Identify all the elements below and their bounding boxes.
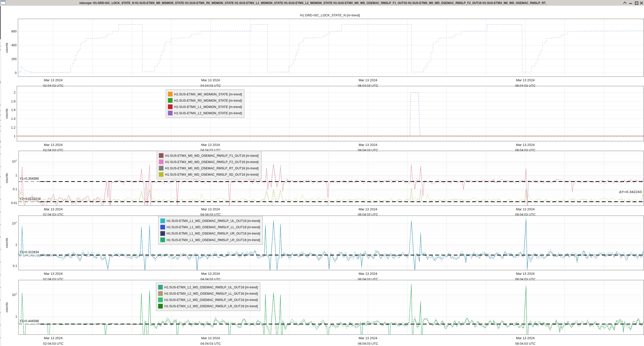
svg-text:Mar 13 2024: Mar 13 2024 (516, 336, 535, 340)
svg-text:08:04:03 UTC: 08:04:03 UTC (515, 342, 535, 345)
svg-text:Mar 13 2024: Mar 13 2024 (359, 336, 377, 340)
svg-text:counts: counts (5, 238, 9, 248)
svg-text:Mar 13 2024: Mar 13 2024 (201, 78, 220, 82)
svg-text:H1:SUS-ETMX_M0_WD_OSEMAC_RMSLP: H1:SUS-ETMX_M0_WD_OSEMAC_RMSLP_F2_OUT16 … (165, 160, 259, 164)
svg-text:counts: counts (5, 173, 9, 183)
svg-text:1.6: 1.6 (11, 108, 15, 112)
svg-text:H1:GRD-ISC_LOCK_STATE_N [m-tre: H1:GRD-ISC_LOCK_STATE_N [m-trend] (300, 13, 360, 17)
svg-text:counts: counts (5, 43, 9, 53)
svg-text:10: 10 (12, 293, 16, 297)
svg-text:1.8: 1.8 (11, 100, 15, 103)
svg-text:04:04:03 UTC: 04:04:03 UTC (200, 342, 221, 345)
svg-text:Y1=0.354565: Y1=0.354565 (20, 177, 39, 180)
svg-text:counts: counts (5, 108, 9, 119)
svg-text:H1:SUS-ETMX_L2_WD_OSEMAC_RMSLP: H1:SUS-ETMX_L2_WD_OSEMAC_RMSLP_LL_OUT16 … (164, 292, 258, 295)
svg-text:ΔY=0.342243: ΔY=0.342243 (619, 190, 642, 194)
svg-text:Mar 13 2024: Mar 13 2024 (359, 143, 377, 147)
svg-text:H1:SUS-ETMX_M0_WD_OSEMAC_RMSLP: H1:SUS-ETMX_M0_WD_OSEMAC_RMSLP_F1_OUT16 … (165, 154, 259, 158)
svg-text:10: 10 (12, 222, 16, 225)
svg-text:06:04:03 UTC: 06:04:03 UTC (358, 342, 378, 345)
svg-text:H1:SUS-ETMX_L1_WD_OSEMAC_RMSLP: H1:SUS-ETMX_L1_WD_OSEMAC_RMSLP_UR_OUT16 … (167, 232, 260, 235)
svg-text:1: 1 (15, 174, 17, 177)
svg-text:Mar 13 2024: Mar 13 2024 (44, 78, 62, 82)
svg-text:1.2: 1.2 (11, 126, 15, 129)
svg-text:1: 1 (15, 315, 17, 318)
svg-text:Y1=0.444588: Y1=0.444588 (20, 319, 39, 323)
svg-text:Mar 13 2024: Mar 13 2024 (44, 143, 62, 147)
svg-text:H1:SUS-ETMX_R0_WDMON_STATE [m-: H1:SUS-ETMX_R0_WDMON_STATE [m-trend] (174, 99, 242, 102)
svg-text:0.1: 0.1 (13, 187, 17, 191)
svg-text:Mar 13 2024: Mar 13 2024 (359, 272, 377, 276)
svg-text:Mar 13 2024: Mar 13 2024 (201, 143, 220, 147)
svg-text:10: 10 (12, 160, 16, 163)
svg-text:Mar 13 2024: Mar 13 2024 (516, 143, 535, 147)
svg-text:Mar 13 2024: Mar 13 2024 (44, 207, 62, 211)
svg-text:1: 1 (16, 221, 17, 223)
svg-text:2: 2 (14, 91, 16, 94)
svg-text:Mar 13 2024: Mar 13 2024 (359, 207, 377, 211)
svg-text:Mar 13 2024: Mar 13 2024 (359, 78, 377, 82)
svg-text:H1:SUS-ETMX_L2_WD_OSEMAC_RMSLP: H1:SUS-ETMX_L2_WD_OSEMAC_RMSLP_LR_OUT16 … (164, 304, 258, 308)
svg-text:H1:SUS-ETMX_L1_WD_OSEMAC_RMSLP: H1:SUS-ETMX_L1_WD_OSEMAC_RMSLP_LL_OUT16 … (167, 225, 260, 229)
svg-text:Mar 13 2024: Mar 13 2024 (201, 207, 220, 211)
svg-text:200: 200 (11, 57, 17, 61)
svg-text:Mar 13 2024: Mar 13 2024 (516, 78, 535, 82)
svg-text:H1:SUS-ETMX_L1_WDMON_STATE [m-: H1:SUS-ETMX_L1_WDMON_STATE [m-trend] (174, 105, 242, 109)
svg-text:H1:SUS-ETMX_M0_WDMON_STATE [m-: H1:SUS-ETMX_M0_WDMON_STATE [m-trend] (174, 92, 242, 96)
svg-text:02:04:03 UTC: 02:04:03 UTC (43, 342, 63, 345)
svg-text:1: 1 (15, 243, 17, 247)
svg-text:H1:SUS-ETMX_L2_WD_OSEMAC_RMSLP: H1:SUS-ETMX_L2_WD_OSEMAC_RMSLP_UR_OUT16 … (164, 298, 258, 302)
svg-text:ndscope: H1:GRD-ISC_LOCK_STATE: ndscope: H1:GRD-ISC_LOCK_STATE_N H1:SUS-… (79, 1, 548, 5)
svg-text:0.1: 0.1 (13, 264, 17, 268)
svg-text:counts: counts (5, 302, 9, 312)
svg-text:0: 0 (15, 71, 17, 75)
svg-text:H1:SUS-ETMX_L1_WD_OSEMAC_RMSLP: H1:SUS-ETMX_L1_WD_OSEMAC_RMSLP_UL_OUT16 … (167, 219, 260, 223)
svg-text:H1:SUS-ETMX_M0_WD_OSEMAC_RMSLP: H1:SUS-ETMX_M0_WD_OSEMAC_RMSLP_RT_OUT16 … (165, 166, 259, 170)
svg-text:Y2=0.0123218: Y2=0.0123218 (20, 197, 41, 201)
svg-text:1: 1 (14, 134, 16, 138)
svg-text:H1:SUS-ETMX_M0_WD_OSEMAC_RMSLP: H1:SUS-ETMX_M0_WD_OSEMAC_RMSLP_SD_OUT16 … (165, 173, 259, 176)
svg-text:1: 1 (16, 159, 17, 162)
svg-text:0.01: 0.01 (11, 201, 17, 205)
svg-text:1: 1 (16, 292, 17, 295)
svg-text:H1:SUS-ETMX_L1_WD_OSEMAC_RMSLP: H1:SUS-ETMX_L1_WD_OSEMAC_RMSLP_LR_OUT16 … (167, 238, 260, 242)
svg-text:Mar 13 2024: Mar 13 2024 (201, 336, 220, 340)
svg-text:400: 400 (11, 44, 17, 47)
svg-text:Y1=0.322834: Y1=0.322834 (20, 250, 39, 254)
svg-text:Mar 13 2024: Mar 13 2024 (44, 336, 62, 340)
svg-text:600: 600 (11, 30, 17, 33)
svg-text:Mar 13 2024: Mar 13 2024 (516, 272, 535, 276)
svg-text:1.4: 1.4 (11, 117, 15, 121)
svg-text:H1:SUS-ETMX_L2_WDMON_STATE [m-: H1:SUS-ETMX_L2_WDMON_STATE [m-trend] (174, 111, 242, 115)
svg-text:Mar 13 2024: Mar 13 2024 (201, 272, 220, 276)
svg-text:Mar 13 2024: Mar 13 2024 (44, 272, 62, 276)
svg-text:Mar 13 2024: Mar 13 2024 (516, 207, 535, 211)
svg-text:H1:SUS-ETMX_L2_WD_OSEMAC_RMSLP: H1:SUS-ETMX_L2_WD_OSEMAC_RMSLP_UL_OUT16 … (164, 285, 258, 289)
